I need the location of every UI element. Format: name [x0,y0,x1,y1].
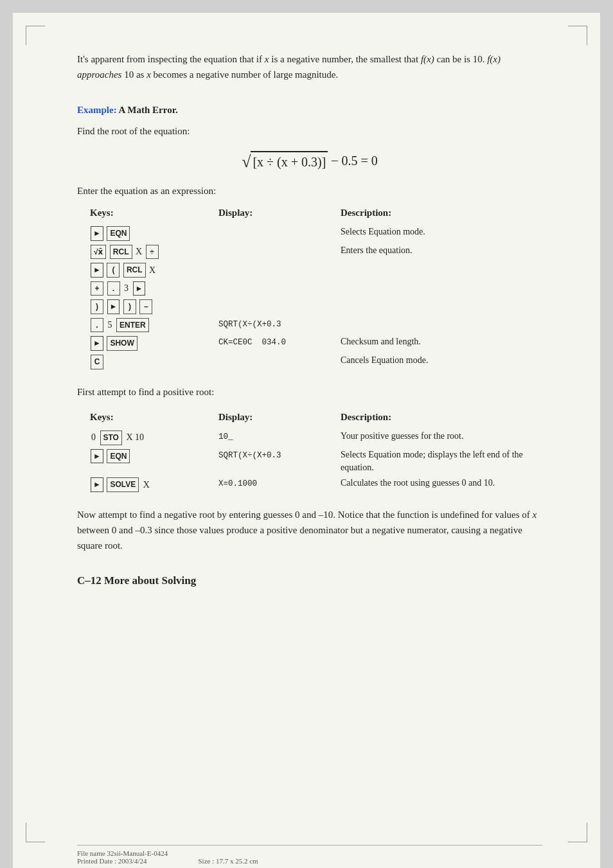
corner-tl [26,26,45,45]
table-row: ► SHOW CK=CE0C 034.0 Checksum and length… [77,334,542,353]
footer-line2: Printed Date : 2003/4/24 Size : 17.7 x 2… [77,857,542,865]
table-row: C Cancels Equation mode. [77,353,542,371]
footer: File name 32sii-Manual-E-0424 Printed Da… [77,845,542,865]
display-cell [218,281,341,282]
table-row: ► EQN SQRT(X÷(X+0.3 Selects Equation mod… [77,447,542,476]
example-title: A Math Error. [117,105,178,115]
sto-key: STO [100,430,122,445]
table1: ► EQN Selects Equation mode. √x̄ RCL X ÷… [77,224,542,371]
table1-header-description: Description: [341,206,542,220]
three-key: 3 [124,283,129,293]
table1-header-display: Display: [218,206,341,220]
equation-display: √ [x ÷ (x + 0.3)] − 0.5 = 0 [77,151,542,173]
rs-key: ► [91,226,103,241]
negative-root-paragraph: Now attempt to find a negative root by e… [77,507,542,553]
rs-key: ► [91,263,103,278]
keys-cell: C [77,354,218,370]
intro-paragraph: It's apparent from inspecting the equati… [77,51,542,82]
keys-cell: ► EQN [77,226,218,242]
display-cell: CK=CE0C 034.0 [218,335,341,349]
keys-cell: ► ( RCL X [77,262,218,278]
x-key: X [149,265,155,275]
table-row: ) ► ) – [77,297,542,316]
corner-tr [568,26,587,45]
x3-key: X [143,480,150,490]
table1-header: Keys: Display: Description: [77,206,542,220]
footer-line: File name 32sii-Manual-E-0424 [77,849,542,857]
display-cell [218,262,341,263]
table-row: ► EQN Selects Equation mode. [77,224,542,243]
zero-key: 0 [91,432,96,442]
show-key: SHOW [107,336,137,351]
footer-filename: File name 32sii-Manual-E-0424 [77,849,168,857]
first-attempt-text: First attempt to find a positive root: [77,384,542,400]
rs-key: ► [91,477,103,492]
display-cell: X=0.1000 [218,477,341,490]
section-heading: C–12 More about Solving [77,572,542,589]
eqn2-key: EQN [107,449,130,464]
page: It's apparent from inspecting the equati… [13,13,600,868]
keys-cell: 0 STO X 10 [77,430,218,446]
table1-header-keys: Keys: [77,206,218,220]
rparen2-key: ) [123,299,136,314]
keys-cell: ► EQN [77,448,218,465]
x-key: X [136,247,142,256]
content: It's apparent from inspecting the equati… [77,51,542,589]
display-cell: 10_ [218,430,341,443]
table-row: 0 STO X 10 10_ Your positive guesses for… [77,429,542,447]
sqrt-radical: √ [242,154,251,170]
desc-cell: Selects Equation mode. [341,226,542,238]
rcl-key: RCL [123,263,146,278]
rs-key: ► [91,336,103,351]
keys-cell: . 5 ENTER [77,317,218,333]
sqrt-radicand: [x ÷ (x + 0.3)] [251,151,328,172]
table-row: √x̄ RCL X ÷ Enters the equation. [77,243,542,261]
rparen-key: ) [91,299,103,314]
display-cell: SQRT(X÷(X+0.3 [218,317,341,331]
desc-cell: Selects Equation mode; displays the left… [341,448,542,475]
x2-key: X 10 [126,432,144,442]
plus-key: + [91,281,103,296]
enter-key: ENTER [116,318,149,333]
dot2-key: . [91,318,103,333]
table2-header: Keys: Display: Description: [77,410,542,425]
desc-cell: Calculates the root using guesses 0 and … [341,477,542,490]
display-cell [218,299,341,300]
corner-bl [26,823,45,842]
rs-key: ► [91,449,103,464]
table2: 0 STO X 10 10_ Your positive guesses for… [77,429,542,494]
keys-cell: ► SOLVE X [77,477,218,493]
table2-header-keys: Keys: [77,410,218,425]
keys-cell: √x̄ RCL X ÷ [77,244,218,260]
minus-key: – [139,299,152,314]
footer-size: Size : 17.7 x 25.2 cm [198,857,258,865]
rcl-key: RCL [110,245,132,260]
table2-header-description: Description: [341,410,542,425]
table-row: ► SOLVE X X=0.1000 Calculates the root u… [77,475,542,494]
math-sqrt: √ [x ÷ (x + 0.3)] [242,151,328,172]
enter-eq-text: Enter the equation as an expression: [77,184,542,199]
equation-rest: − 0.5 = 0 [331,154,378,168]
table-row: + . 3 ► [77,279,542,298]
display-cell [218,354,341,355]
eqn-key: EQN [107,226,130,241]
sqrt-key: √x̄ [91,245,106,260]
desc-cell: Cancels Equation mode. [341,354,542,367]
rs-key: ► [107,299,120,314]
corner-br [568,823,587,842]
solve-key: SOLVE [107,477,139,492]
five-key: 5 [108,320,112,330]
display-cell: SQRT(X÷(X+0.3 [218,448,341,462]
keys-cell: ► SHOW [77,335,218,351]
keys-cell: + . 3 ► [77,281,218,297]
table-row: . 5 ENTER SQRT(X÷(X+0.3 [77,316,542,335]
dot-key: . [107,281,120,296]
find-root-text: Find the root of the equation: [77,124,542,139]
rs-key: ► [133,281,146,296]
desc-cell: Your positive guesses for the root. [341,430,542,443]
display-cell [218,226,341,227]
table-row: ► ( RCL X [77,261,542,279]
lparen-key: ( [107,263,120,278]
display-cell [218,244,341,245]
desc-cell: Enters the equation. [341,244,542,257]
